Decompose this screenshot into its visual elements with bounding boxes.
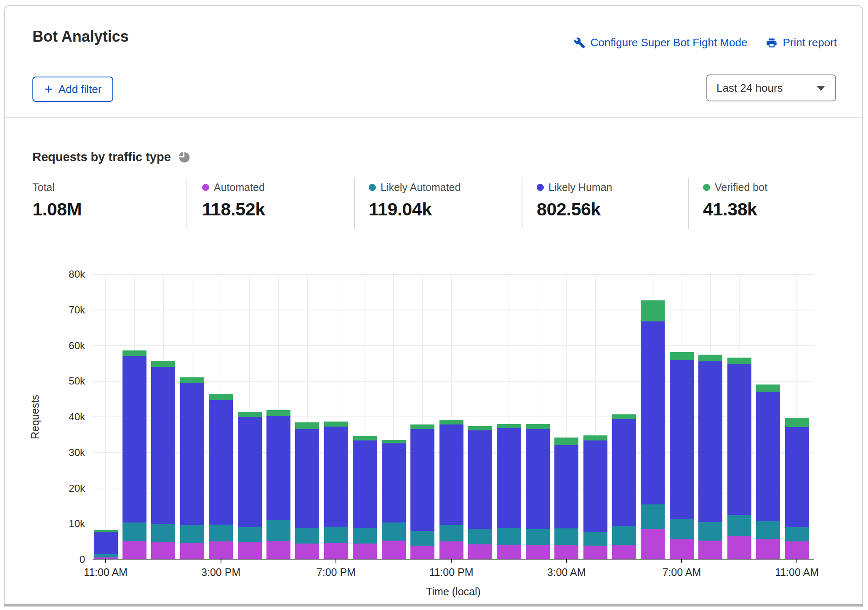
bar-stack-9[interactable] xyxy=(353,436,377,559)
bar-stack-18[interactable] xyxy=(612,414,636,559)
bar-segment-likely-automated xyxy=(468,529,492,544)
bar-stack-17[interactable] xyxy=(583,435,607,559)
bar-stack-22[interactable] xyxy=(727,358,751,559)
bar-segment-automated xyxy=(439,541,463,559)
bar-segment-likely-human xyxy=(266,416,290,520)
bar-stack-13[interactable] xyxy=(468,426,492,559)
bar-stack-2[interactable] xyxy=(151,361,175,559)
bar-stack-0[interactable] xyxy=(94,530,118,559)
y-tick-label: 80k xyxy=(51,268,85,280)
y-tick-label: 40k xyxy=(51,411,85,423)
bar-segment-likely-human xyxy=(180,383,204,525)
bar-segment-automated xyxy=(698,541,722,559)
bar-segment-verified-bot xyxy=(554,438,578,445)
stat-likely-automated: Likely Automated119.04k xyxy=(369,181,461,220)
x-tick-label: 3:00 AM xyxy=(547,566,586,578)
print-report-link[interactable]: Print report xyxy=(766,36,837,49)
bar-segment-verified-bot xyxy=(468,426,492,430)
bar-segment-automated xyxy=(180,543,204,559)
bar-stack-19[interactable] xyxy=(641,300,665,559)
bar-segment-automated xyxy=(122,541,146,559)
stat-header: Automated xyxy=(202,181,265,194)
time-range-value: Last 24 hours xyxy=(716,82,783,95)
y-gridline xyxy=(93,274,814,275)
bar-segment-verified-bot xyxy=(670,352,694,360)
bar-stack-4[interactable] xyxy=(209,394,233,559)
y-axis-title: Requests xyxy=(29,274,41,560)
bar-stack-16[interactable] xyxy=(554,438,578,559)
bar-stack-24[interactable] xyxy=(785,418,809,559)
bar-segment-likely-automated xyxy=(122,522,146,541)
bar-stack-5[interactable] xyxy=(238,412,262,559)
automated-legend-dot xyxy=(202,184,209,191)
x-tick-mark xyxy=(451,560,452,563)
bar-segment-verified-bot xyxy=(612,414,636,419)
bar-segment-automated xyxy=(353,544,377,559)
bar-stack-8[interactable] xyxy=(324,422,348,559)
bar-stack-14[interactable] xyxy=(497,424,521,559)
printer-icon xyxy=(766,37,777,49)
bar-segment-likely-automated xyxy=(554,528,578,545)
bar-stack-6[interactable] xyxy=(266,410,290,559)
x-gridline xyxy=(105,274,106,560)
bar-stack-3[interactable] xyxy=(180,377,204,559)
bar-segment-likely-automated xyxy=(209,525,233,542)
likely-human-legend-dot xyxy=(537,184,544,191)
bar-segment-likely-automated xyxy=(324,527,348,543)
bar-segment-verified-bot xyxy=(238,412,262,417)
bar-stack-1[interactable] xyxy=(122,350,146,559)
bar-stack-7[interactable] xyxy=(295,422,319,559)
bar-segment-verified-bot xyxy=(324,422,348,427)
bar-stack-12[interactable] xyxy=(439,420,463,559)
y-tick-label: 60k xyxy=(51,340,85,352)
bar-segment-likely-automated xyxy=(439,525,463,542)
bar-segment-likely-human xyxy=(612,419,636,526)
bar-stack-21[interactable] xyxy=(698,355,722,559)
bar-segment-likely-human xyxy=(122,356,146,522)
card-bottom-rule xyxy=(4,604,863,606)
bar-stack-15[interactable] xyxy=(526,424,550,559)
bar-segment-verified-bot xyxy=(698,355,722,361)
x-tick-label: 11:00 AM xyxy=(775,566,819,578)
x-tick-label: 7:00 PM xyxy=(317,566,356,578)
bar-segment-likely-automated xyxy=(410,531,434,546)
bar-segment-verified-bot xyxy=(151,361,175,367)
stat-divider xyxy=(354,178,355,229)
bar-segment-verified-bot xyxy=(785,418,809,427)
bar-stack-10[interactable] xyxy=(382,440,406,559)
bar-stack-23[interactable] xyxy=(756,385,780,559)
bar-segment-automated xyxy=(238,542,262,559)
bar-stack-20[interactable] xyxy=(670,352,694,559)
add-filter-button[interactable]: + Add filter xyxy=(32,77,113,102)
stat-divider xyxy=(522,178,522,229)
stat-value: 119.04k xyxy=(369,199,461,220)
bar-segment-likely-human xyxy=(382,443,406,522)
bar-segment-likely-automated xyxy=(238,527,262,542)
bar-segment-likely-human xyxy=(410,429,434,531)
bar-segment-likely-human xyxy=(785,427,809,527)
bar-segment-likely-automated xyxy=(698,522,722,541)
bar-segment-verified-bot xyxy=(209,394,233,400)
bar-segment-likely-human xyxy=(468,430,492,529)
bar-segment-likely-human xyxy=(756,392,780,521)
bar-segment-likely-automated xyxy=(785,527,809,542)
bar-segment-verified-bot xyxy=(641,300,665,321)
y-tick-label: 70k xyxy=(51,304,85,316)
bar-segment-likely-human xyxy=(497,428,521,528)
bar-segment-automated xyxy=(583,546,607,559)
bar-stack-11[interactable] xyxy=(410,424,434,559)
configure-super-bot-fight-mode-link[interactable]: Configure Super Bot Fight Mode xyxy=(574,36,748,49)
bar-segment-likely-automated xyxy=(94,554,118,557)
bar-segment-likely-human xyxy=(353,440,377,528)
bar-segment-likely-automated xyxy=(670,519,694,539)
print-link-label: Print report xyxy=(783,36,837,49)
bar-segment-likely-automated xyxy=(641,504,665,529)
time-range-select[interactable]: Last 24 hours xyxy=(706,74,836,101)
y-gridline xyxy=(93,310,814,310)
configure-link-label: Configure Super Bot Fight Mode xyxy=(591,36,748,49)
stat-value: 118.52k xyxy=(202,199,265,220)
chevron-down-icon xyxy=(816,85,826,91)
stat-label: Total xyxy=(32,181,55,194)
likely-automated-legend-dot xyxy=(369,184,376,191)
stat-header: Total xyxy=(32,181,82,194)
